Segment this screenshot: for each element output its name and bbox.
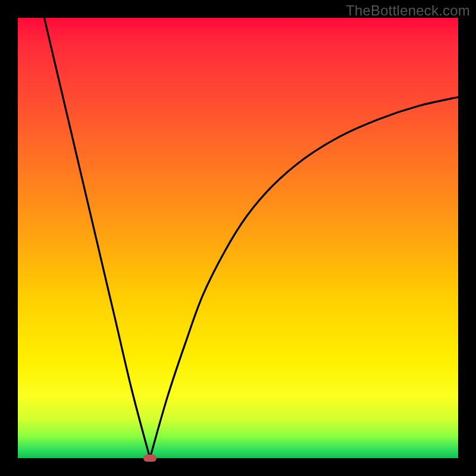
bottleneck-curve — [18, 18, 458, 458]
plot-area — [18, 18, 458, 458]
chart-frame: TheBottleneck.com — [0, 0, 476, 476]
watermark-text: TheBottleneck.com — [346, 2, 470, 19]
minimum-marker — [143, 455, 156, 462]
curve-path — [44, 18, 458, 458]
